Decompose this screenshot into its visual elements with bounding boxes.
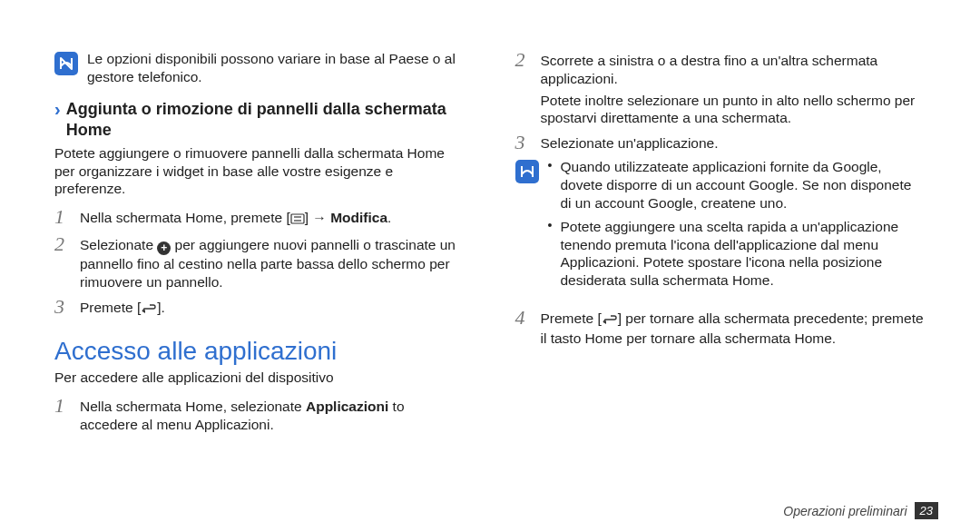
page-footer: Operazioni preliminari 23 [783,502,938,519]
text: Nella schermata Home, premete [ [80,210,290,225]
step-body: Nella schermata Home, selezionate Applic… [80,396,466,434]
footer-section-label: Operazioni preliminari [783,504,906,518]
left-step-1: 1 Nella schermata Home, premete [] → Mod… [54,207,466,229]
add-icon: + [157,241,171,255]
note-body: Quando utilizzateate applicazioni fornit… [548,158,926,295]
svg-rect-2 [291,214,304,223]
step-number: 1 [54,396,71,434]
section-title-text: Aggiunta o rimozione di pannelli dalla s… [66,99,466,141]
left-step-3: 3 Premete []. [54,297,466,319]
note-icon [515,160,539,183]
text: Nella schermata Home, selezionate [80,399,306,414]
app-step-1: 1 Nella schermata Home, selezionate Appl… [54,396,466,434]
right-step-2: 2 Scorrete a sinistra o a destra fino a … [515,50,926,127]
step-number: 2 [54,234,71,291]
section-title-apps: Accesso alle applicazioni [54,335,466,368]
text: . [387,210,391,225]
left-step-2: 2 Selezionate + per aggiungere nuovi pan… [54,234,466,291]
section-heading: › Aggiunta o rimozione di pannelli dalla… [54,99,466,141]
bold-text: Applicazioni [306,399,388,414]
text: Premete [ [541,310,602,326]
back-icon [141,300,157,319]
text: Potete inoltre selezionare un punto in a… [541,92,926,128]
note-bullet: Potete aggiungere una scelta rapida a un… [548,218,926,290]
chevron-icon: › [54,100,61,141]
step-body: Selezionate + per aggiungere nuovi panne… [80,234,466,291]
bold-text: Modifica [330,210,387,225]
section-subtitle: Per accedere alle applicazioni del dispo… [54,369,466,387]
text: Scorrete a sinistra o a destra fino a un… [541,52,926,88]
note-bullet: Quando utilizzateate applicazioni fornit… [548,158,926,212]
right-step-3: 3 Selezionate un'applicazione. [515,133,926,153]
step-body: Nella schermata Home, premete [] → Modif… [80,207,466,229]
note-bullet-list: Quando utilizzateate applicazioni fornit… [548,158,926,290]
step-body: Selezionate un'applicazione. [541,133,926,153]
text: ]. [157,300,165,315]
step-number: 2 [515,50,532,127]
step-number: 1 [54,207,71,229]
step-body: Premete [] per tornare alla schermata pr… [541,308,926,348]
note-block-1: Le opzioni disponibili possono variare i… [54,50,466,86]
right-column: 2 Scorrete a sinistra o a destra fino a … [515,50,926,439]
step-number: 4 [515,308,532,348]
text: Selezionate [80,237,157,252]
text: Premete [ [80,300,141,315]
footer-page-number: 23 [915,502,938,519]
step-body: Scorrete a sinistra o a destra fino a un… [541,50,926,127]
note-icon [54,52,78,75]
section-intro: Potete aggiungere o rimuovere pannelli d… [54,144,466,198]
left-column: Le opzioni disponibili possono variare i… [54,50,466,439]
back-icon [602,311,618,330]
right-step-4: 4 Premete [] per tornare alla schermata … [515,308,926,348]
menu-icon [290,211,305,229]
note-block-2: Quando utilizzateate applicazioni fornit… [515,158,926,295]
note-text: Le opzioni disponibili possono variare i… [87,50,466,86]
step-number: 3 [54,297,71,319]
step-number: 3 [515,133,532,153]
text: ] → [305,210,330,225]
step-body: Premete []. [80,297,466,319]
page-content: Le opzioni disponibili possono variare i… [0,0,980,458]
